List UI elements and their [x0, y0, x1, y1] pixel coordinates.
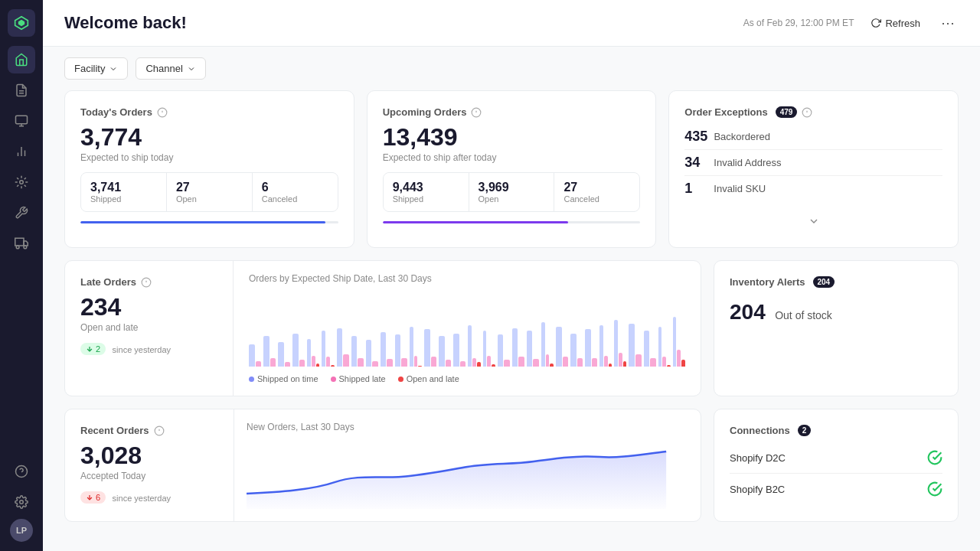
- info-icon[interactable]: [802, 107, 812, 118]
- bar-group: [453, 334, 466, 367]
- bar: [527, 331, 533, 367]
- card-header: Today's Orders: [80, 106, 338, 118]
- card-header: Late Orders: [80, 276, 217, 288]
- inventory-count: 204: [730, 300, 766, 324]
- recent-orders-chart-area: New Orders, Last 30 Days: [234, 409, 701, 521]
- legend-shipped-late: Shipped late: [331, 374, 386, 383]
- header-actions: As of Feb 29, 12:00 PM ET Refresh ⋯: [743, 12, 959, 34]
- chart-area-fill: [247, 452, 666, 509]
- inventory-badge: 204: [813, 276, 835, 288]
- bar-group: [307, 339, 319, 367]
- bar: [498, 334, 504, 367]
- app-logo: [8, 9, 35, 37]
- channel-filter[interactable]: Channel: [136, 57, 205, 80]
- svg-marker-1: [18, 20, 24, 26]
- bar-group: [512, 328, 524, 367]
- svg-rect-11: [15, 238, 24, 246]
- check-circle-icon: [927, 450, 942, 465]
- bar-group: [249, 344, 261, 367]
- bar: [487, 356, 491, 367]
- info-icon[interactable]: [157, 107, 168, 118]
- progress-fill: [383, 221, 568, 223]
- bar-group: [410, 327, 422, 367]
- sidebar-item-inventory[interactable]: [8, 107, 35, 135]
- bar: [424, 329, 430, 367]
- sidebar-item-orders[interactable]: [8, 77, 35, 104]
- refresh-button[interactable]: Refresh: [863, 13, 928, 34]
- sidebar-item-shipping[interactable]: [8, 230, 35, 257]
- bar: [358, 358, 364, 367]
- bar: [372, 361, 378, 367]
- delta-label: since yesterday: [113, 494, 171, 503]
- late-orders-metric: 234: [80, 294, 217, 321]
- bar: [492, 364, 495, 367]
- sidebar-item-tools[interactable]: [8, 199, 35, 227]
- bar: [366, 340, 372, 367]
- top-cards-row: Today's Orders 3,774 Expected to ship to…: [64, 90, 959, 248]
- filters-bar: Facility Channel: [43, 47, 980, 90]
- bar: [483, 331, 487, 367]
- bar: [546, 354, 550, 367]
- bar-group: [366, 340, 378, 367]
- bar: [614, 320, 618, 367]
- recent-orders-card: Recent Orders 3,028 Accepted Today 6 sin…: [64, 409, 701, 522]
- bar: [285, 362, 291, 367]
- bar: [472, 358, 476, 367]
- bar: [322, 331, 325, 367]
- bar-group: [483, 331, 495, 367]
- timestamp: As of Feb 29, 12:00 PM ET: [743, 18, 854, 28]
- info-icon[interactable]: [141, 277, 152, 288]
- user-avatar[interactable]: LP: [10, 519, 33, 542]
- bar: [410, 327, 413, 367]
- bar: [550, 364, 554, 367]
- bar: [395, 334, 401, 367]
- legend-open-late: Open and late: [398, 374, 459, 383]
- bar: [468, 325, 472, 367]
- facility-filter[interactable]: Facility: [64, 57, 128, 80]
- bar-group: [263, 336, 276, 367]
- bar: [331, 365, 335, 367]
- bar: [644, 331, 650, 367]
- bar: [677, 350, 681, 367]
- legend-dot: [398, 377, 403, 382]
- bar: [439, 336, 445, 367]
- info-icon[interactable]: [154, 425, 165, 436]
- sidebar-item-home[interactable]: [8, 46, 35, 73]
- more-options-button[interactable]: ⋯: [937, 12, 959, 34]
- expand-exceptions-button[interactable]: [803, 210, 825, 232]
- bar-group: [629, 324, 641, 367]
- connections-card: Connections 2 Shopify D2C Shopify B2C: [714, 409, 959, 522]
- bar: [635, 354, 642, 367]
- inventory-alerts-card: Inventory Alerts 204 204 Out of stock: [714, 260, 959, 396]
- chart-title: New Orders, Last 30 Days: [247, 422, 688, 432]
- bar: [518, 357, 524, 367]
- bar: [623, 361, 627, 367]
- late-orders-chart: Orders by Expected Ship Date, Last 30 Da…: [234, 261, 701, 396]
- bar: [316, 364, 320, 367]
- todays-orders-progress: [80, 221, 338, 223]
- bar-group: [527, 331, 539, 367]
- shipped-stat: 9,443 Shipped: [384, 173, 469, 211]
- sidebar-item-settings[interactable]: [8, 488, 35, 516]
- bar: [453, 334, 459, 367]
- todays-orders-card: Today's Orders 3,774 Expected to ship to…: [64, 90, 354, 248]
- info-icon[interactable]: [471, 107, 482, 118]
- bar-chart: [249, 292, 685, 368]
- arrow-down-icon: [86, 494, 93, 501]
- sidebar-item-integrations[interactable]: [8, 168, 35, 196]
- refresh-icon: [871, 18, 881, 28]
- inventory-label: Out of stock: [775, 309, 832, 321]
- bottom-cards-row: Recent Orders 3,028 Accepted Today 6 sin…: [64, 409, 959, 522]
- todays-orders-sub: Expected to ship today: [80, 152, 338, 163]
- exception-row-backordered: 435 Backordered: [684, 124, 942, 150]
- bar: [563, 357, 569, 367]
- bar: [270, 358, 276, 367]
- delta-label: since yesterday: [113, 345, 171, 354]
- page-title: Welcome back!: [64, 13, 187, 33]
- sidebar-item-help[interactable]: [8, 458, 35, 485]
- sidebar-item-reports[interactable]: [8, 138, 35, 165]
- check-circle-icon: [927, 481, 942, 497]
- bar: [629, 324, 635, 367]
- dashboard-content: Today's Orders 3,774 Expected to ship to…: [43, 90, 980, 551]
- connection-shopify-b2c: Shopify B2C: [730, 474, 942, 504]
